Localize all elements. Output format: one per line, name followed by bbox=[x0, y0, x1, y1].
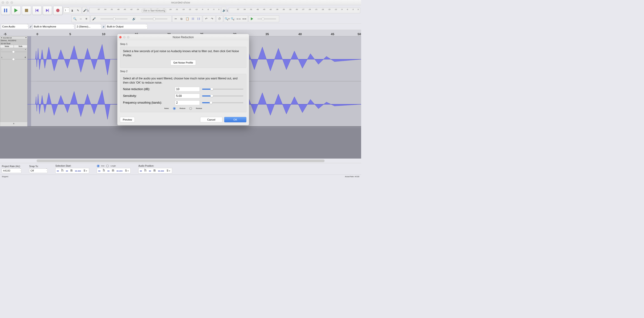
selection-end-field[interactable]: 00 h 00 m 00.693 s▼ bbox=[97, 168, 130, 173]
pan-slider[interactable] bbox=[1, 59, 26, 63]
zoom-out-button[interactable]: 🔍- bbox=[230, 16, 236, 22]
reduce-radio[interactable] bbox=[173, 107, 176, 110]
cancel-button[interactable]: Cancel bbox=[200, 117, 222, 122]
get-noise-profile-button[interactable]: Get Noise Profile bbox=[171, 60, 196, 65]
stop-button[interactable] bbox=[22, 6, 31, 15]
play-vol-icon: 🔊 bbox=[131, 16, 137, 22]
play-device-select[interactable]: Built-in Output bbox=[106, 24, 148, 29]
redo-button[interactable]: ↷ bbox=[209, 16, 215, 22]
playback-meter[interactable]: -57-54-51-48-45-42-39-36-33-30-27-24-21-… bbox=[229, 8, 360, 13]
skip-start-button[interactable] bbox=[32, 6, 42, 15]
step2-text: Select all of the audio you want filtere… bbox=[123, 76, 243, 85]
window-title: recorded-show bbox=[171, 1, 190, 4]
end-radio[interactable] bbox=[97, 164, 100, 167]
gain-slider[interactable] bbox=[1, 52, 26, 56]
freq-smoothing-input[interactable] bbox=[175, 100, 200, 105]
monitoring-hint[interactable]: Click to Start Monitoring bbox=[142, 9, 166, 12]
track-menu-button[interactable]: ▼ bbox=[25, 37, 27, 39]
speaker-icon: 🔊 bbox=[222, 8, 226, 13]
project-rate-label: Project Rate (Hz): bbox=[2, 165, 22, 168]
play-button[interactable] bbox=[12, 6, 20, 15]
sync-toolbar: ⏱ bbox=[216, 15, 223, 22]
edit-toolbar: ✂ ⧉ 📋 ⧘⧙ ⧙⧘ bbox=[172, 15, 202, 22]
skip-end-button[interactable] bbox=[43, 6, 52, 15]
rec-meter-lr-label: LR bbox=[88, 9, 89, 12]
tools-toolbar: I ⧗ ✎ bbox=[63, 7, 82, 14]
step1-label: Step 1 bbox=[120, 42, 246, 46]
preview-button[interactable]: Preview bbox=[120, 117, 134, 122]
snap-to-select[interactable]: Off bbox=[29, 168, 48, 173]
paste-button[interactable]: 📋 bbox=[184, 16, 190, 22]
multi-tool[interactable]: ✳ bbox=[84, 16, 89, 22]
play-vol-slider[interactable] bbox=[137, 16, 171, 22]
transport-toolbar bbox=[1, 6, 62, 15]
status-left: Stopped. bbox=[2, 176, 8, 178]
project-rate-select[interactable]: 44100 bbox=[2, 168, 22, 173]
rec-channels-select[interactable]: 2 (Stereo)... bbox=[76, 24, 102, 29]
audio-host-select[interactable]: Core Audio bbox=[1, 24, 28, 29]
dialog-title: Noise Reduction bbox=[173, 36, 194, 39]
silence-button[interactable]: ⧙⧘ bbox=[196, 16, 202, 22]
noise-reduction-input[interactable] bbox=[175, 87, 200, 92]
rec-vol-icon: 🎤 bbox=[91, 16, 97, 22]
selection-start-field[interactable]: 00 h 00 m 00.000 s▼ bbox=[56, 168, 89, 174]
playback-speed-slider[interactable] bbox=[255, 16, 278, 22]
device-toolbar: Core Audio 🎤 Built-in Microphone 2 (Ster… bbox=[0, 24, 361, 30]
rec-vol-slider[interactable] bbox=[97, 16, 131, 22]
window-titlebar: recorded-show bbox=[0, 0, 361, 5]
speaker-icon-group: 🔊 bbox=[222, 7, 226, 14]
zoom-toolbar: 🔍+ 🔍- ⟷ ⟺ bbox=[224, 15, 248, 22]
audio-position-field[interactable]: 00 h 00 m 00.000 s▼ bbox=[138, 168, 172, 174]
noise-reduction-dialog: Noise Reduction Step 1 Select a few seco… bbox=[117, 34, 249, 125]
undo-button[interactable]: ↶ bbox=[204, 16, 209, 22]
sensitivity-input[interactable] bbox=[175, 94, 200, 98]
residue-radio[interactable] bbox=[189, 107, 192, 110]
traffic-light-close[interactable] bbox=[2, 1, 4, 4]
noise-mode-label: Noise: bbox=[164, 108, 169, 110]
selection-tool[interactable]: I bbox=[64, 8, 70, 12]
record-button[interactable] bbox=[53, 6, 62, 15]
trim-button[interactable]: ⧘⧙ bbox=[190, 16, 196, 22]
ok-button[interactable]: OK bbox=[224, 117, 246, 122]
undo-toolbar: ↶ ↷ bbox=[203, 15, 215, 22]
draw-tool[interactable]: ✎ bbox=[76, 8, 81, 13]
length-radio[interactable] bbox=[106, 164, 109, 167]
freq-smoothing-slider[interactable] bbox=[202, 102, 243, 103]
step2-label: Step 2 bbox=[120, 70, 246, 73]
snap-to-label: Snap To: bbox=[29, 165, 48, 168]
mute-button[interactable]: Mute bbox=[0, 45, 14, 48]
track-name[interactable]: recorded-sh bbox=[3, 37, 12, 39]
mixer-toolbar: 🎤 🔊 bbox=[90, 15, 172, 22]
track-control-panel: ✕ recorded-sh ▼ Stereo, 44100Hz 32-bit f… bbox=[0, 36, 28, 126]
traffic-light-min[interactable] bbox=[6, 1, 8, 4]
dialog-zoom-button bbox=[127, 36, 130, 38]
noise-reduction-slider[interactable] bbox=[202, 89, 243, 90]
track-close-button[interactable]: ✕ bbox=[1, 37, 2, 39]
recording-meter[interactable]: -57-54-51-48-45-42-39-36-33-30-27-24-21-… bbox=[90, 8, 221, 13]
fit-project-button[interactable]: ⟺ bbox=[242, 16, 247, 22]
horizontal-scrollbar[interactable] bbox=[0, 158, 361, 163]
solo-button[interactable]: Solo bbox=[14, 45, 27, 48]
timeshift-tool[interactable]: ↔ bbox=[78, 16, 84, 22]
status-right: Actual Rate: 44100 bbox=[345, 176, 359, 178]
rec-device-select[interactable]: Built-in Microphone bbox=[32, 24, 74, 29]
mic-icon-group: 🎤 bbox=[82, 7, 86, 14]
zoom-tool[interactable]: 🔍 bbox=[72, 16, 78, 22]
zoom-in-button[interactable]: 🔍+ bbox=[224, 16, 230, 22]
pause-button[interactable] bbox=[1, 6, 10, 15]
cut-button[interactable]: ✂ bbox=[173, 16, 178, 22]
track-collapse-button[interactable]: ▲ bbox=[0, 122, 28, 126]
transcription-toolbar bbox=[249, 15, 279, 22]
copy-button[interactable]: ⧉ bbox=[179, 16, 184, 22]
noise-reduction-label: Noise reduction (dB): bbox=[123, 87, 172, 91]
dialog-close-button[interactable] bbox=[119, 36, 122, 38]
track-bitdepth: 32-bit float bbox=[0, 42, 28, 45]
envelope-tool[interactable]: ⧗ bbox=[70, 8, 75, 13]
traffic-light-zoom[interactable] bbox=[10, 1, 13, 4]
play-at-speed-button[interactable] bbox=[249, 16, 255, 22]
sensitivity-slider[interactable] bbox=[202, 96, 243, 96]
fit-selection-button[interactable]: ⟷ bbox=[236, 16, 242, 22]
sync-lock-button[interactable]: ⏱ bbox=[217, 16, 222, 22]
audio-position-label: Audio Position: bbox=[138, 164, 172, 168]
track-format: Stereo, 44100Hz bbox=[0, 39, 28, 42]
